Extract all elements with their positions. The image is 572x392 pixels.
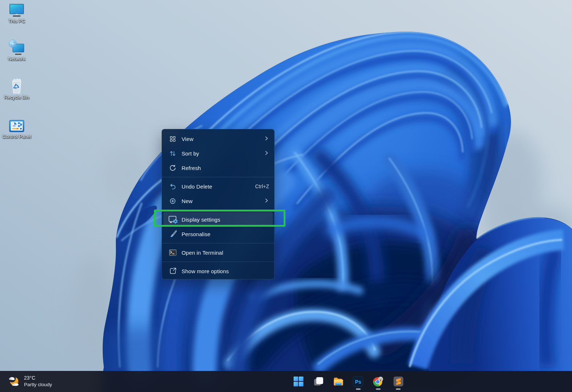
svg-text:Ps: Ps — [355, 379, 361, 385]
